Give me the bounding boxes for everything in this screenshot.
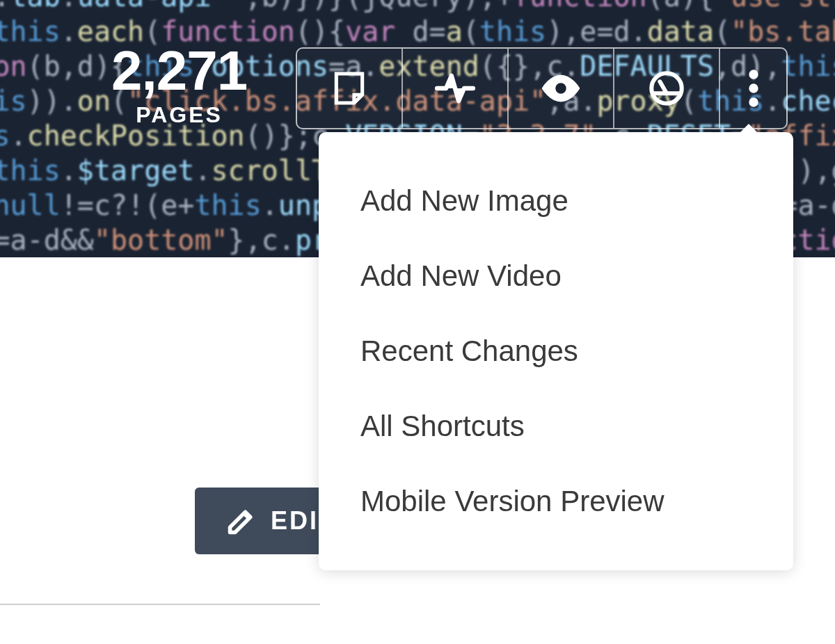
toolbar-eye-button[interactable]: [509, 49, 614, 128]
more-icon: [740, 67, 768, 109]
page-count-number: 2,271: [111, 43, 247, 99]
content-divider: [0, 604, 320, 605]
gauge-icon: [646, 68, 687, 108]
dropdown-mobile-version-preview[interactable]: Mobile Version Preview: [319, 464, 793, 539]
dropdown-recent-changes[interactable]: Recent Changes: [319, 314, 793, 389]
eye-icon: [539, 67, 582, 110]
toolbar-activity-button[interactable]: [403, 49, 509, 128]
svg-point-3: [749, 84, 758, 92]
dropdown-all-shortcuts[interactable]: All Shortcuts: [319, 389, 793, 464]
svg-point-4: [749, 98, 758, 106]
svg-point-0: [555, 82, 567, 95]
svg-point-2: [749, 70, 758, 79]
dropdown-add-new-image[interactable]: Add New Image: [319, 163, 793, 239]
svg-point-1: [651, 73, 682, 104]
toolbar-more-button[interactable]: [720, 49, 786, 128]
note-icon: [330, 69, 369, 108]
toolbar-note-button[interactable]: [297, 49, 403, 128]
edit-button-label: EDI: [271, 506, 319, 536]
dropdown-add-new-video[interactable]: Add New Video: [319, 239, 793, 314]
pencil-icon: [226, 506, 257, 536]
more-dropdown-menu: Add New Image Add New Video Recent Chang…: [319, 132, 793, 570]
toolbar-gauge-button[interactable]: [614, 49, 720, 128]
activity-icon: [434, 67, 477, 110]
page-count-label: PAGES: [111, 102, 247, 128]
header-toolbar: [296, 47, 788, 129]
page-count: 2,271 PAGES: [111, 43, 247, 128]
